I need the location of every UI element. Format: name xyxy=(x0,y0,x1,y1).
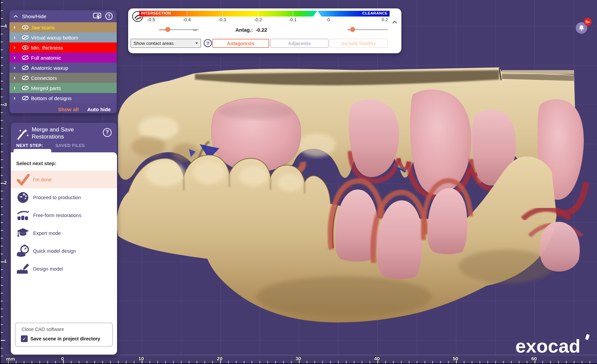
option-proceed-to-production[interactable]: Proceed to production xyxy=(11,188,117,206)
antagonists-button[interactable]: Antagonists xyxy=(212,39,269,48)
notification-badge[interactable]: 9+ xyxy=(584,18,592,26)
exocad-logo: exocad xyxy=(515,335,580,357)
eye-visible-icon[interactable] xyxy=(20,45,31,50)
freeform-icon xyxy=(16,210,30,221)
help-icon[interactable]: ? xyxy=(105,12,113,20)
ruler-v-2: 2 xyxy=(4,180,7,185)
scale-tick xyxy=(258,11,258,16)
option-design-model[interactable]: Design model xyxy=(11,260,117,278)
merge-panel-header: Merge and Save Restorations ? NEXT STEP:… xyxy=(11,123,117,152)
design-model-icon xyxy=(16,263,30,275)
layer-label: Jaw scans xyxy=(31,25,55,30)
layer-label: Full anatomic xyxy=(31,55,61,61)
zero-notch xyxy=(313,11,322,17)
expand-chevron-icon[interactable]: › xyxy=(9,64,20,71)
option-expert-mode[interactable]: Expert mode xyxy=(11,224,117,242)
expand-chevron-icon[interactable]: › xyxy=(9,95,20,101)
expand-chevron-icon[interactable]: › xyxy=(9,34,20,41)
distance-analysis-panel: INTERSECTION CLEARANCE -0.5 -0.4 -0.3 -0… xyxy=(128,8,401,53)
eye-hidden-icon[interactable] xyxy=(20,85,31,91)
eye-hidden-icon[interactable] xyxy=(20,55,31,60)
close-cad-group: Close CAD software ✓ Save scene in proje… xyxy=(15,323,113,347)
eye-hidden-icon[interactable] xyxy=(20,95,31,101)
ruler-v-4: 4 xyxy=(4,23,7,29)
magic-wand-icon xyxy=(16,127,29,141)
range-ellipsis: ... xyxy=(193,26,197,32)
layer-row-bottom-of-designs[interactable]: › Bottom of designs xyxy=(9,93,117,103)
check-icon xyxy=(16,174,30,186)
scale-value: -0.4 xyxy=(177,17,197,22)
ruler-v-1: 1 xyxy=(4,258,7,264)
help-icon[interactable]: ? xyxy=(204,39,212,47)
scale-tick xyxy=(293,11,293,16)
show-hide-panel: Show/Hide ? › Jaw scans › Virtual waxup … xyxy=(9,10,117,113)
scale-value: -0.2 xyxy=(248,17,268,22)
eye-hidden-icon[interactable] xyxy=(20,35,31,40)
option-quick-model-design[interactable]: Quick model design xyxy=(11,242,117,260)
expand-chevron-icon[interactable]: › xyxy=(9,44,20,51)
production-icon xyxy=(16,191,30,204)
include-healthy-button[interactable]: Include healthy xyxy=(330,39,388,48)
option-im-done[interactable]: I'm done xyxy=(11,171,117,188)
distance-color-scale: INTERSECTION CLEARANCE xyxy=(139,11,390,17)
layer-label: Min. thickness xyxy=(31,45,63,51)
layer-row-merged-parts[interactable]: › Merged parts xyxy=(9,83,117,93)
scale-tick xyxy=(187,11,187,16)
next-step-subtitle: Select next step: xyxy=(16,160,56,166)
eye-hidden-icon[interactable] xyxy=(20,75,31,81)
layer-label: Bottom of designs xyxy=(31,95,72,101)
quick-model-icon xyxy=(16,245,30,257)
tab-next-step[interactable]: NEXT STEP: xyxy=(16,143,43,148)
exocad-logo-accent xyxy=(585,334,590,340)
ruler-h-40: 40 xyxy=(374,356,380,361)
scale-value: -0.1 xyxy=(283,17,303,22)
min-range-slider-handle[interactable] xyxy=(165,27,170,32)
expand-chevron-icon[interactable]: › xyxy=(9,74,20,81)
save-scene-label: Save scene in project directory xyxy=(30,336,100,341)
collapse-panel-chevron-icon[interactable] xyxy=(392,21,397,24)
ruler-h-0: 0 xyxy=(61,356,64,361)
option-free-form-restorations[interactable]: Free-form restorations xyxy=(11,206,117,224)
expand-chevron-icon[interactable]: › xyxy=(9,54,20,61)
expand-chevron-icon[interactable]: › xyxy=(9,85,20,91)
save-scene-checkbox[interactable]: ✓ xyxy=(21,335,28,342)
intersection-label: INTERSECTION xyxy=(141,11,171,15)
eye-hidden-icon[interactable] xyxy=(20,65,31,70)
tab-saved-files[interactable]: SAVED FILES xyxy=(55,143,85,148)
layer-row-anatomic-waxup[interactable]: › Anatomic waxup xyxy=(9,63,117,73)
merge-panel-body: Select next step: I'm done Proceed to pr… xyxy=(11,152,117,355)
clearance-label: CLEARANCE xyxy=(362,11,388,15)
ruler-unit: mm xyxy=(6,356,15,362)
scale-value: -0.5 xyxy=(141,17,161,22)
3d-dental-model[interactable] xyxy=(108,61,597,334)
help-icon[interactable]: ? xyxy=(103,128,112,137)
close-cad-label: Close CAD software xyxy=(22,327,64,332)
show-hide-header[interactable]: Show/Hide ? xyxy=(9,10,117,22)
auto-hide-button[interactable]: Auto hide xyxy=(87,107,111,112)
touch-select-icon[interactable] xyxy=(93,12,102,20)
layer-row-min-thickness[interactable]: › Min. thickness xyxy=(9,42,117,53)
expand-chevron-icon[interactable]: › xyxy=(9,24,20,31)
dropdown-chevron-icon xyxy=(195,42,198,44)
show-all-button[interactable]: Show all xyxy=(58,107,79,112)
merge-save-panel: Merge and Save Restorations ? NEXT STEP:… xyxy=(11,123,117,355)
max-range-slider-handle[interactable] xyxy=(350,27,355,32)
ruler-h-30: 30 xyxy=(295,356,301,361)
bell-icon xyxy=(578,25,585,31)
expert-icon xyxy=(16,228,30,239)
collapse-chevron-icon[interactable] xyxy=(13,15,18,18)
ruler-h-20: 20 xyxy=(217,356,223,361)
contact-mode-dropdown[interactable]: Show contact areas xyxy=(131,39,201,48)
layer-row-full-anatomic[interactable]: › Full anatomic xyxy=(9,53,117,63)
layer-row-connectors[interactable]: › Connectors xyxy=(9,73,117,83)
merge-panel-title: Merge and Save Restorations xyxy=(32,126,74,140)
eye-visible-icon[interactable] xyxy=(20,25,31,30)
adjacents-button[interactable]: Adjacents xyxy=(270,39,329,48)
layer-row-virtual-waxup-bottom[interactable]: › Virtual waxup bottom xyxy=(9,32,117,42)
show-hide-title: Show/Hide xyxy=(22,13,93,19)
viewport-edge xyxy=(0,0,1,364)
layer-row-jaw-scans[interactable]: › Jaw scans xyxy=(9,22,117,32)
scale-value: -0.3 xyxy=(212,17,232,22)
ruler-h-50: 50 xyxy=(453,356,458,361)
layer-label: Virtual waxup bottom xyxy=(31,35,78,40)
